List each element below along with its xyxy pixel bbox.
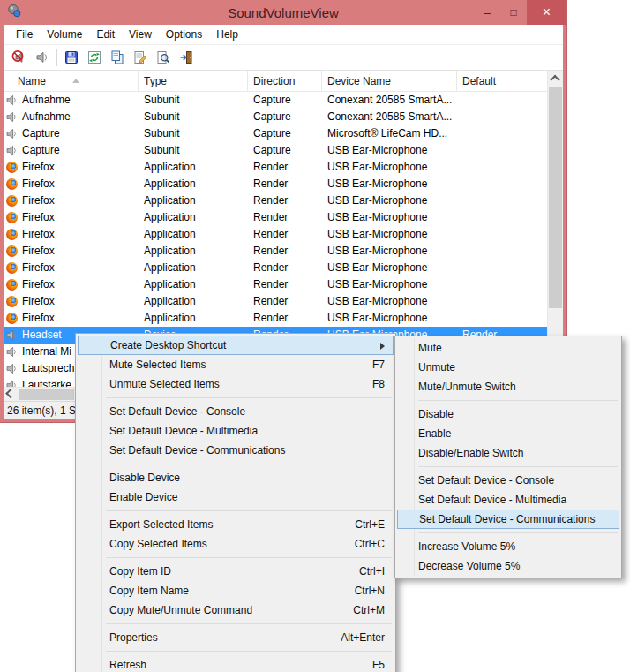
list-row-firefox-4[interactable]: FirefoxApplicationRenderUSB Ear-Micropho…	[4, 159, 548, 176]
context-menu-item-refresh[interactable]: RefreshF5	[76, 655, 395, 672]
list-row-firefox-7[interactable]: FirefoxApplicationRenderUSB Ear-Micropho…	[4, 209, 548, 226]
context-menu-item-copy-mute-unmute-command[interactable]: Copy Mute/Unmute CommandCtrl+M	[76, 600, 395, 620]
row-name-label: Firefox	[22, 209, 55, 226]
submenu-item-mute[interactable]: Mute	[395, 338, 621, 358]
menubar-item-help[interactable]: Help	[209, 26, 245, 43]
list-row-firefox-11[interactable]: FirefoxApplicationRenderUSB Ear-Micropho…	[4, 276, 548, 293]
submenu-separator	[418, 532, 618, 533]
submenu-item-label: Decrease Volume 5%	[418, 560, 520, 572]
submenu-item-set-default-device-multimedia[interactable]: Set Default Device - Multimedia	[395, 490, 621, 510]
vertical-scroll-thumb[interactable]	[549, 87, 562, 308]
unmute-selected-button[interactable]	[31, 47, 54, 68]
menubar-item-edit[interactable]: Edit	[89, 26, 122, 43]
list-row-firefox-10[interactable]: FirefoxApplicationRenderUSB Ear-Micropho…	[4, 260, 548, 276]
context-menu-item-create-desktop-shortcut[interactable]: Create Desktop Shortcut	[78, 336, 394, 355]
list-row-firefox-5[interactable]: FirefoxApplicationRenderUSB Ear-Micropho…	[4, 176, 548, 193]
list-row-firefox-6[interactable]: FirefoxApplicationRenderUSB Ear-Micropho…	[4, 193, 548, 209]
context-menu-item-copy-item-id[interactable]: Copy Item IDCtrl+I	[76, 562, 395, 581]
copy-button[interactable]	[106, 47, 129, 68]
submenu-item-set-default-device-communications[interactable]: Set Default Device - Communications	[397, 510, 619, 529]
firefox-icon	[6, 245, 18, 257]
row-name-label: Headset	[22, 327, 62, 344]
context-menu-item-shortcut: F7	[355, 359, 385, 371]
cell-device-name: USB Ear-Microphone	[322, 209, 457, 226]
cell-type: Application	[139, 176, 248, 193]
row-name-label: Firefox	[22, 243, 55, 260]
submenu-item-set-default-device-console[interactable]: Set Default Device - Console	[395, 471, 621, 490]
context-menu-item-export-selected-items[interactable]: Export Selected ItemsCtrl+E	[76, 515, 395, 534]
list-row-aufnahme-0[interactable]: AufnahmeSubunitCaptureConexant 20585 Sma…	[4, 92, 548, 109]
column-header-type[interactable]: Type	[139, 71, 248, 91]
list-header: NameTypeDirectionDevice NameDefault	[4, 71, 548, 92]
properties-button[interactable]	[129, 47, 152, 68]
menubar-item-options[interactable]: Options	[159, 26, 209, 43]
cell-device-name: USB Ear-Microphone	[322, 310, 457, 327]
context-menu-item-label: Unmute Selected Items	[109, 378, 220, 390]
submenu-item-increase-volume-5[interactable]: Increase Volume 5%	[395, 537, 621, 556]
minimize-button[interactable]: –	[474, 0, 500, 25]
context-menu-item-label: Export Selected Items	[109, 518, 213, 531]
column-header-device-name[interactable]: Device Name	[322, 71, 457, 91]
submenu-item-unmute[interactable]: Unmute	[395, 358, 621, 377]
close-button[interactable]: ×	[527, 0, 566, 25]
cell-name: Firefox	[4, 293, 139, 310]
cell-name: Firefox	[4, 159, 139, 176]
list-row-capture-3[interactable]: CaptureSubunitCaptureUSB Ear-Microphone	[4, 142, 548, 159]
list-row-aufnahme-1[interactable]: AufnahmeSubunitCaptureConexant 20585 Sma…	[4, 109, 548, 125]
context-menu-item-copy-selected-items[interactable]: Copy Selected ItemsCtrl+C	[76, 534, 395, 554]
titlebar[interactable]: SoundVolumeView – □ ×	[0, 0, 566, 25]
submenu-item-mute-unmute-switch[interactable]: Mute/Unmute Switch	[395, 377, 621, 396]
menubar-item-file[interactable]: File	[9, 26, 40, 43]
column-header-name[interactable]: Name	[4, 71, 139, 91]
context-menu-item-disable-device[interactable]: Disable Device	[76, 468, 395, 487]
context-menu-item-label: Copy Item Name	[109, 585, 189, 597]
context-menu-item-set-default-device-console[interactable]: Set Default Device - Console	[76, 402, 395, 421]
submenu-item-label: Set Default Device - Communications	[419, 513, 595, 525]
refresh-button[interactable]	[83, 47, 106, 68]
column-header-default[interactable]: Default	[457, 71, 548, 91]
list-row-capture-2[interactable]: CaptureSubunitCaptureMicrosoft® LifeCam …	[4, 125, 548, 142]
scroll-up-button[interactable]	[548, 71, 562, 86]
context-menu-item-unmute-selected-items[interactable]: Unmute Selected ItemsF8	[76, 374, 395, 394]
context-menu-item-mute-selected-items[interactable]: Mute Selected ItemsF7	[76, 355, 395, 374]
column-header-label: Default	[462, 75, 496, 87]
mute-selected-button[interactable]	[8, 47, 31, 68]
submenu-item-disable[interactable]: Disable	[395, 404, 621, 424]
mute-speaker-icon	[11, 49, 27, 65]
horizontal-scroll-thumb[interactable]	[19, 389, 74, 400]
context-menu-item-copy-item-name[interactable]: Copy Item NameCtrl+N	[76, 581, 395, 600]
cell-direction: Capture	[248, 92, 322, 109]
menubar-item-view[interactable]: View	[122, 26, 159, 43]
submenu-item-label: Disable	[418, 408, 454, 420]
save-report-button[interactable]	[60, 47, 83, 68]
column-header-direction[interactable]: Direction	[248, 71, 322, 91]
list-row-firefox-12[interactable]: FirefoxApplicationRenderUSB Ear-Micropho…	[4, 293, 548, 310]
submenu-item-disable-enable-switch[interactable]: Disable/Enable Switch	[395, 443, 621, 463]
cell-type: Application	[139, 260, 248, 276]
maximize-button[interactable]: □	[500, 0, 527, 25]
find-button[interactable]	[152, 47, 175, 68]
menubar-item-volume[interactable]: Volume	[40, 26, 89, 43]
context-menu-separator	[106, 623, 392, 624]
find-icon	[156, 50, 170, 64]
context-menu-item-properties[interactable]: PropertiesAlt+Enter	[76, 628, 395, 647]
cell-direction: Render	[248, 243, 322, 260]
context-menu-item-enable-device[interactable]: Enable Device	[76, 487, 395, 507]
cell-default	[457, 193, 548, 209]
context-menu-item-label: Set Default Device - Communications	[109, 444, 285, 457]
context-menu-item-shortcut: Ctrl+I	[341, 565, 385, 578]
context-menu-item-set-default-device-communications[interactable]: Set Default Device - Communications	[76, 441, 395, 460]
context-menu-item-set-default-device-multimedia[interactable]: Set Default Device - Multimedia	[76, 421, 395, 441]
context-menu-item-label: Properties	[109, 631, 158, 644]
submenu-item-enable[interactable]: Enable	[395, 424, 621, 443]
cell-name: Firefox	[4, 310, 139, 327]
list-row-firefox-9[interactable]: FirefoxApplicationRenderUSB Ear-Micropho…	[4, 243, 548, 260]
context-menu-separator	[106, 397, 392, 398]
list-row-firefox-13[interactable]: FirefoxApplicationRenderUSB Ear-Micropho…	[4, 310, 548, 327]
cell-default	[457, 260, 548, 276]
exit-button[interactable]	[175, 47, 198, 68]
scroll-left-button[interactable]	[4, 388, 18, 401]
exit-icon	[179, 50, 193, 64]
list-row-firefox-8[interactable]: FirefoxApplicationRenderUSB Ear-Micropho…	[4, 226, 548, 243]
submenu-item-decrease-volume-5[interactable]: Decrease Volume 5%	[395, 556, 621, 576]
